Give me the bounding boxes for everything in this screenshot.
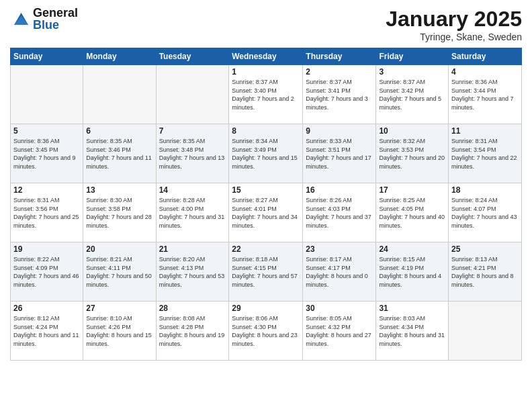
day-info: Sunrise: 8:05 AMSunset: 4:32 PMDaylight:… bbox=[306, 314, 373, 348]
header-row: Sunday Monday Tuesday Wednesday Thursday… bbox=[11, 48, 522, 65]
day-number: 16 bbox=[306, 185, 373, 195]
calendar-day bbox=[83, 65, 156, 124]
day-info: Sunrise: 8:13 AMSunset: 4:21 PMDaylight:… bbox=[451, 255, 519, 289]
calendar-day: 31Sunrise: 8:03 AMSunset: 4:34 PMDayligh… bbox=[376, 302, 449, 361]
day-number: 27 bbox=[86, 304, 152, 313]
col-monday: Monday bbox=[83, 48, 156, 65]
logo-blue: Blue bbox=[33, 19, 78, 31]
calendar-day: 24Sunrise: 8:15 AMSunset: 4:19 PMDayligh… bbox=[376, 242, 449, 302]
calendar-day: 22Sunrise: 8:18 AMSunset: 4:15 PMDayligh… bbox=[229, 242, 303, 302]
day-info: Sunrise: 8:32 AMSunset: 3:53 PMDaylight:… bbox=[379, 137, 445, 171]
calendar-day: 25Sunrise: 8:13 AMSunset: 4:21 PMDayligh… bbox=[449, 242, 522, 302]
day-number: 10 bbox=[379, 126, 445, 136]
calendar-day: 7Sunrise: 8:35 AMSunset: 3:48 PMDaylight… bbox=[156, 124, 229, 183]
month-title: January 2025 bbox=[386, 7, 522, 32]
calendar-day: 26Sunrise: 8:12 AMSunset: 4:24 PMDayligh… bbox=[11, 302, 83, 361]
day-number: 2 bbox=[306, 67, 373, 77]
col-saturday: Saturday bbox=[449, 48, 522, 65]
day-number: 14 bbox=[159, 185, 226, 195]
calendar-week-3: 12Sunrise: 8:31 AMSunset: 3:56 PMDayligh… bbox=[11, 183, 522, 242]
day-info: Sunrise: 8:36 AMSunset: 3:44 PMDaylight:… bbox=[451, 78, 519, 111]
day-info: Sunrise: 8:21 AMSunset: 4:11 PMDaylight:… bbox=[86, 255, 152, 289]
day-info: Sunrise: 8:36 AMSunset: 3:45 PMDaylight:… bbox=[13, 137, 80, 171]
calendar-day bbox=[11, 65, 83, 124]
calendar-day: 9Sunrise: 8:33 AMSunset: 3:51 PMDaylight… bbox=[303, 124, 376, 183]
calendar-day: 21Sunrise: 8:20 AMSunset: 4:13 PMDayligh… bbox=[156, 242, 229, 302]
calendar-day: 5Sunrise: 8:36 AMSunset: 3:45 PMDaylight… bbox=[11, 124, 83, 183]
calendar-day bbox=[156, 65, 229, 124]
day-info: Sunrise: 8:26 AMSunset: 4:03 PMDaylight:… bbox=[306, 196, 373, 230]
day-number: 22 bbox=[232, 244, 300, 254]
day-info: Sunrise: 8:35 AMSunset: 3:48 PMDaylight:… bbox=[159, 137, 226, 171]
col-sunday: Sunday bbox=[11, 48, 83, 65]
day-number: 23 bbox=[306, 244, 373, 254]
calendar-day: 15Sunrise: 8:27 AMSunset: 4:01 PMDayligh… bbox=[229, 183, 303, 242]
day-number: 24 bbox=[379, 244, 445, 254]
day-number: 8 bbox=[232, 126, 300, 136]
calendar-day: 23Sunrise: 8:17 AMSunset: 4:17 PMDayligh… bbox=[303, 242, 376, 302]
calendar-week-5: 26Sunrise: 8:12 AMSunset: 4:24 PMDayligh… bbox=[11, 302, 522, 361]
calendar-day: 17Sunrise: 8:25 AMSunset: 4:05 PMDayligh… bbox=[376, 183, 449, 242]
day-info: Sunrise: 8:37 AMSunset: 3:40 PMDaylight:… bbox=[232, 78, 300, 111]
day-info: Sunrise: 8:37 AMSunset: 3:41 PMDaylight:… bbox=[306, 78, 373, 111]
calendar-day bbox=[449, 302, 522, 361]
day-info: Sunrise: 8:28 AMSunset: 4:00 PMDaylight:… bbox=[159, 196, 226, 230]
calendar-day: 2Sunrise: 8:37 AMSunset: 3:41 PMDaylight… bbox=[303, 65, 376, 124]
day-info: Sunrise: 8:35 AMSunset: 3:46 PMDaylight:… bbox=[86, 137, 152, 171]
logo-general: General bbox=[33, 7, 78, 19]
day-info: Sunrise: 8:30 AMSunset: 3:58 PMDaylight:… bbox=[86, 196, 152, 230]
day-number: 3 bbox=[379, 67, 445, 77]
location-subtitle: Tyringe, Skane, Sweden bbox=[386, 32, 522, 42]
calendar-day: 10Sunrise: 8:32 AMSunset: 3:53 PMDayligh… bbox=[376, 124, 449, 183]
day-info: Sunrise: 8:33 AMSunset: 3:51 PMDaylight:… bbox=[306, 137, 373, 171]
day-number: 9 bbox=[306, 126, 373, 136]
day-info: Sunrise: 8:08 AMSunset: 4:28 PMDaylight:… bbox=[159, 314, 226, 348]
day-number: 28 bbox=[159, 304, 226, 313]
day-number: 6 bbox=[86, 126, 152, 136]
calendar-table: Sunday Monday Tuesday Wednesday Thursday… bbox=[10, 48, 522, 361]
calendar-day: 16Sunrise: 8:26 AMSunset: 4:03 PMDayligh… bbox=[303, 183, 376, 242]
calendar-day: 29Sunrise: 8:06 AMSunset: 4:30 PMDayligh… bbox=[229, 302, 303, 361]
calendar-day: 3Sunrise: 8:37 AMSunset: 3:42 PMDaylight… bbox=[376, 65, 449, 124]
page-header: General Blue January 2025 Tyringe, Skane… bbox=[10, 7, 522, 42]
day-info: Sunrise: 8:31 AMSunset: 3:54 PMDaylight:… bbox=[451, 137, 519, 171]
page-container: General Blue January 2025 Tyringe, Skane… bbox=[0, 0, 532, 364]
col-friday: Friday bbox=[376, 48, 449, 65]
svg-marker-1 bbox=[14, 16, 28, 26]
calendar-day: 11Sunrise: 8:31 AMSunset: 3:54 PMDayligh… bbox=[449, 124, 522, 183]
calendar-day: 30Sunrise: 8:05 AMSunset: 4:32 PMDayligh… bbox=[303, 302, 376, 361]
calendar-day: 19Sunrise: 8:22 AMSunset: 4:09 PMDayligh… bbox=[11, 242, 83, 302]
day-info: Sunrise: 8:24 AMSunset: 4:07 PMDaylight:… bbox=[451, 196, 519, 230]
calendar-day: 4Sunrise: 8:36 AMSunset: 3:44 PMDaylight… bbox=[449, 65, 522, 124]
day-number: 29 bbox=[232, 304, 300, 313]
day-info: Sunrise: 8:25 AMSunset: 4:05 PMDaylight:… bbox=[379, 196, 445, 230]
logo-icon bbox=[10, 9, 30, 29]
day-info: Sunrise: 8:10 AMSunset: 4:26 PMDaylight:… bbox=[86, 314, 152, 348]
day-info: Sunrise: 8:31 AMSunset: 3:56 PMDaylight:… bbox=[13, 196, 80, 230]
day-info: Sunrise: 8:17 AMSunset: 4:17 PMDaylight:… bbox=[306, 255, 373, 289]
col-tuesday: Tuesday bbox=[156, 48, 229, 65]
calendar-day: 6Sunrise: 8:35 AMSunset: 3:46 PMDaylight… bbox=[83, 124, 156, 183]
calendar-day: 14Sunrise: 8:28 AMSunset: 4:00 PMDayligh… bbox=[156, 183, 229, 242]
day-info: Sunrise: 8:18 AMSunset: 4:15 PMDaylight:… bbox=[232, 255, 300, 289]
day-number: 30 bbox=[306, 304, 373, 313]
calendar-day: 20Sunrise: 8:21 AMSunset: 4:11 PMDayligh… bbox=[83, 242, 156, 302]
day-info: Sunrise: 8:06 AMSunset: 4:30 PMDaylight:… bbox=[232, 314, 300, 348]
day-number: 26 bbox=[13, 304, 80, 313]
calendar-day: 18Sunrise: 8:24 AMSunset: 4:07 PMDayligh… bbox=[449, 183, 522, 242]
title-block: January 2025 Tyringe, Skane, Sweden bbox=[386, 7, 522, 42]
calendar-day: 1Sunrise: 8:37 AMSunset: 3:40 PMDaylight… bbox=[229, 65, 303, 124]
logo-text: General Blue bbox=[33, 7, 78, 31]
day-number: 1 bbox=[232, 67, 300, 77]
day-info: Sunrise: 8:34 AMSunset: 3:49 PMDaylight:… bbox=[232, 137, 300, 171]
calendar-week-1: 1Sunrise: 8:37 AMSunset: 3:40 PMDaylight… bbox=[11, 65, 522, 124]
day-number: 17 bbox=[379, 185, 445, 195]
day-number: 4 bbox=[451, 67, 519, 77]
calendar-day: 28Sunrise: 8:08 AMSunset: 4:28 PMDayligh… bbox=[156, 302, 229, 361]
col-thursday: Thursday bbox=[303, 48, 376, 65]
logo: General Blue bbox=[10, 7, 78, 31]
col-wednesday: Wednesday bbox=[229, 48, 303, 65]
day-info: Sunrise: 8:03 AMSunset: 4:34 PMDaylight:… bbox=[379, 314, 445, 348]
calendar-day: 12Sunrise: 8:31 AMSunset: 3:56 PMDayligh… bbox=[11, 183, 83, 242]
day-number: 31 bbox=[379, 304, 445, 313]
